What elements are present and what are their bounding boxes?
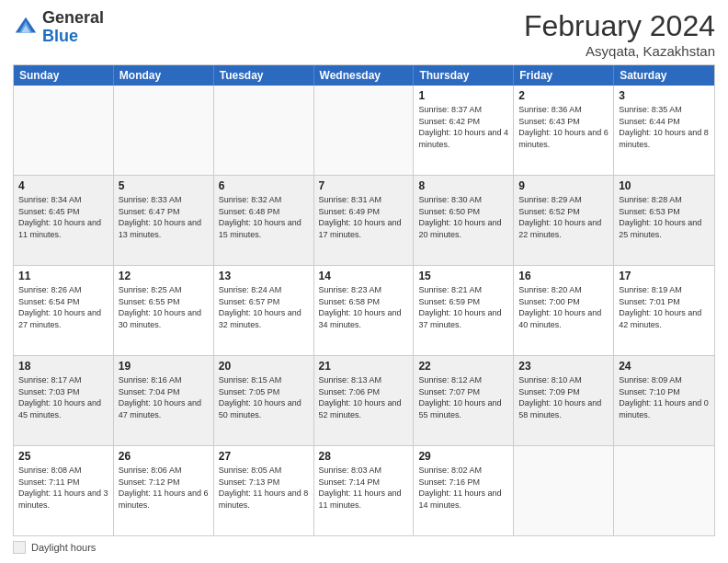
day-number: 16 <box>518 269 609 283</box>
cal-cell: 6Sunrise: 8:32 AM Sunset: 6:48 PM Daylig… <box>214 176 314 265</box>
cal-cell: 16Sunrise: 8:20 AM Sunset: 7:00 PM Dayli… <box>514 266 614 355</box>
day-number: 2 <box>518 88 609 103</box>
day-number: 20 <box>219 359 309 373</box>
cal-cell: 18Sunrise: 8:17 AM Sunset: 7:03 PM Dayli… <box>14 356 114 445</box>
day-number: 26 <box>119 449 209 464</box>
day-number: 17 <box>619 269 710 283</box>
day-number: 6 <box>219 178 309 193</box>
cell-info: Sunrise: 8:20 AM Sunset: 7:00 PM Dayligh… <box>518 284 609 330</box>
month-title: February 2024 <box>524 9 715 43</box>
day-number: 5 <box>119 178 209 193</box>
calendar-header: SundayMondayTuesdayWednesdayThursdayFrid… <box>14 65 714 86</box>
day-number: 10 <box>619 178 710 193</box>
day-number: 19 <box>119 359 209 373</box>
legend: Daylight hours <box>13 541 715 554</box>
cal-cell: 5Sunrise: 8:33 AM Sunset: 6:47 PM Daylig… <box>114 176 214 265</box>
cell-info: Sunrise: 8:21 AM Sunset: 6:59 PM Dayligh… <box>418 284 508 330</box>
cal-cell: 25Sunrise: 8:08 AM Sunset: 7:11 PM Dayli… <box>14 446 114 535</box>
day-number: 22 <box>418 359 508 373</box>
cell-info: Sunrise: 8:29 AM Sunset: 6:52 PM Dayligh… <box>518 194 609 240</box>
cell-info: Sunrise: 8:33 AM Sunset: 6:47 PM Dayligh… <box>119 194 209 240</box>
cal-cell: 13Sunrise: 8:24 AM Sunset: 6:57 PM Dayli… <box>214 266 314 355</box>
cell-info: Sunrise: 8:08 AM Sunset: 7:11 PM Dayligh… <box>18 465 108 511</box>
day-number: 21 <box>319 359 409 373</box>
title-block: February 2024 Asyqata, Kazakhstan <box>524 9 715 59</box>
cell-info: Sunrise: 8:36 AM Sunset: 6:43 PM Dayligh… <box>518 104 609 150</box>
cal-cell: 28Sunrise: 8:03 AM Sunset: 7:14 PM Dayli… <box>314 446 415 535</box>
day-number: 13 <box>219 269 309 283</box>
cal-cell: 17Sunrise: 8:19 AM Sunset: 7:01 PM Dayli… <box>614 266 714 355</box>
cal-cell: 27Sunrise: 8:05 AM Sunset: 7:13 PM Dayli… <box>214 446 314 535</box>
cal-cell: 22Sunrise: 8:12 AM Sunset: 7:07 PM Dayli… <box>414 356 514 445</box>
calendar: SundayMondayTuesdayWednesdayThursdayFrid… <box>13 64 715 536</box>
logo-blue: Blue <box>42 27 78 45</box>
cell-info: Sunrise: 8:37 AM Sunset: 6:42 PM Dayligh… <box>418 104 508 150</box>
weekday-label-monday: Monday <box>114 65 214 86</box>
day-number: 7 <box>319 178 409 193</box>
cal-cell <box>514 446 614 535</box>
cell-info: Sunrise: 8:05 AM Sunset: 7:13 PM Dayligh… <box>219 465 309 511</box>
day-number: 25 <box>18 449 108 464</box>
weekday-label-wednesday: Wednesday <box>314 65 415 86</box>
cell-info: Sunrise: 8:25 AM Sunset: 6:55 PM Dayligh… <box>119 284 209 330</box>
day-number: 15 <box>418 269 508 283</box>
weekday-label-thursday: Thursday <box>414 65 514 86</box>
calendar-row-2: 11Sunrise: 8:26 AM Sunset: 6:54 PM Dayli… <box>14 265 714 355</box>
day-number: 3 <box>619 88 710 103</box>
cell-info: Sunrise: 8:23 AM Sunset: 6:58 PM Dayligh… <box>319 284 409 330</box>
cal-cell: 10Sunrise: 8:28 AM Sunset: 6:53 PM Dayli… <box>614 176 714 265</box>
cell-info: Sunrise: 8:02 AM Sunset: 7:16 PM Dayligh… <box>418 465 508 511</box>
cal-cell: 14Sunrise: 8:23 AM Sunset: 6:58 PM Dayli… <box>314 266 415 355</box>
calendar-row-3: 18Sunrise: 8:17 AM Sunset: 7:03 PM Dayli… <box>14 355 714 445</box>
cell-info: Sunrise: 8:24 AM Sunset: 6:57 PM Dayligh… <box>219 284 309 330</box>
cal-cell: 9Sunrise: 8:29 AM Sunset: 6:52 PM Daylig… <box>514 176 614 265</box>
cal-cell: 11Sunrise: 8:26 AM Sunset: 6:54 PM Dayli… <box>14 266 114 355</box>
cal-cell: 7Sunrise: 8:31 AM Sunset: 6:49 PM Daylig… <box>314 176 415 265</box>
weekday-label-sunday: Sunday <box>14 65 114 86</box>
cell-info: Sunrise: 8:12 AM Sunset: 7:07 PM Dayligh… <box>418 374 508 420</box>
cell-info: Sunrise: 8:06 AM Sunset: 7:12 PM Dayligh… <box>119 465 209 511</box>
logo: General Blue <box>13 9 104 46</box>
day-number: 9 <box>518 178 609 193</box>
cell-info: Sunrise: 8:09 AM Sunset: 7:10 PM Dayligh… <box>619 374 710 420</box>
logo-icon <box>13 15 39 40</box>
day-number: 1 <box>418 88 508 103</box>
cell-info: Sunrise: 8:13 AM Sunset: 7:06 PM Dayligh… <box>319 374 409 420</box>
header: General Blue February 2024 Asyqata, Kaza… <box>13 9 715 59</box>
cell-info: Sunrise: 8:10 AM Sunset: 7:09 PM Dayligh… <box>518 374 609 420</box>
calendar-body: 1Sunrise: 8:37 AM Sunset: 6:42 PM Daylig… <box>14 86 714 535</box>
cal-cell <box>114 86 214 175</box>
cal-cell <box>14 86 114 175</box>
cal-cell: 2Sunrise: 8:36 AM Sunset: 6:43 PM Daylig… <box>514 86 614 175</box>
cal-cell: 24Sunrise: 8:09 AM Sunset: 7:10 PM Dayli… <box>614 356 714 445</box>
weekday-label-saturday: Saturday <box>614 65 714 86</box>
calendar-row-1: 4Sunrise: 8:34 AM Sunset: 6:45 PM Daylig… <box>14 175 714 265</box>
cal-cell: 4Sunrise: 8:34 AM Sunset: 6:45 PM Daylig… <box>14 176 114 265</box>
cal-cell <box>614 446 714 535</box>
cal-cell <box>214 86 314 175</box>
cal-cell: 15Sunrise: 8:21 AM Sunset: 6:59 PM Dayli… <box>414 266 514 355</box>
cell-info: Sunrise: 8:15 AM Sunset: 7:05 PM Dayligh… <box>219 374 309 420</box>
day-number: 28 <box>319 449 409 464</box>
logo-general: General <box>42 8 104 27</box>
page: General Blue February 2024 Asyqata, Kaza… <box>0 0 728 563</box>
location: Asyqata, Kazakhstan <box>524 43 715 59</box>
cell-info: Sunrise: 8:17 AM Sunset: 7:03 PM Dayligh… <box>18 374 108 420</box>
day-number: 24 <box>619 359 710 373</box>
day-number: 12 <box>119 269 209 283</box>
cal-cell: 21Sunrise: 8:13 AM Sunset: 7:06 PM Dayli… <box>314 356 415 445</box>
cal-cell: 12Sunrise: 8:25 AM Sunset: 6:55 PM Dayli… <box>114 266 214 355</box>
day-number: 29 <box>418 449 508 464</box>
weekday-label-tuesday: Tuesday <box>214 65 314 86</box>
cal-cell: 20Sunrise: 8:15 AM Sunset: 7:05 PM Dayli… <box>214 356 314 445</box>
cell-info: Sunrise: 8:16 AM Sunset: 7:04 PM Dayligh… <box>119 374 209 420</box>
cal-cell: 8Sunrise: 8:30 AM Sunset: 6:50 PM Daylig… <box>414 176 514 265</box>
cal-cell <box>314 86 415 175</box>
cal-cell: 3Sunrise: 8:35 AM Sunset: 6:44 PM Daylig… <box>614 86 714 175</box>
calendar-row-0: 1Sunrise: 8:37 AM Sunset: 6:42 PM Daylig… <box>14 86 714 175</box>
cell-info: Sunrise: 8:32 AM Sunset: 6:48 PM Dayligh… <box>219 194 309 240</box>
logo-text: General Blue <box>42 9 104 46</box>
cal-cell: 23Sunrise: 8:10 AM Sunset: 7:09 PM Dayli… <box>514 356 614 445</box>
weekday-label-friday: Friday <box>514 65 614 86</box>
cell-info: Sunrise: 8:34 AM Sunset: 6:45 PM Dayligh… <box>18 194 108 240</box>
